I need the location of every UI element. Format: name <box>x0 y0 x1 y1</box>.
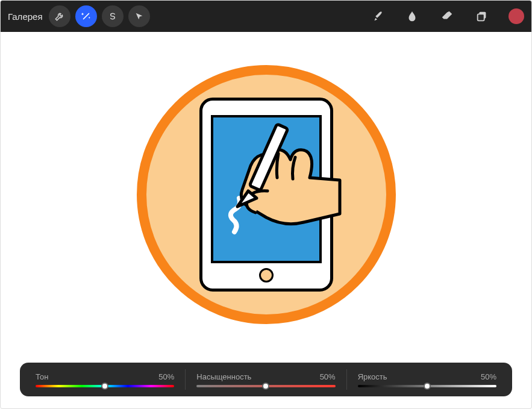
tablet-screen <box>211 115 322 263</box>
hue-label: Тон <box>36 372 48 381</box>
selection-button[interactable] <box>102 5 124 27</box>
smudge-icon <box>405 10 419 23</box>
magic-wand-button[interactable] <box>75 5 97 27</box>
wand-icon <box>81 11 92 22</box>
smudge-button[interactable] <box>401 5 423 27</box>
brush-icon <box>371 10 384 23</box>
saturation-label: Насыщенность <box>196 372 251 381</box>
brightness-label: Яркость <box>358 372 387 381</box>
layers-icon <box>475 10 489 23</box>
top-toolbar: Галерея <box>1 1 531 32</box>
brightness-slider-group: Яркость 50% <box>354 372 500 387</box>
color-picker-button[interactable] <box>509 8 524 24</box>
hue-value: 50% <box>158 372 174 381</box>
hue-thumb[interactable] <box>101 382 108 390</box>
brightness-thumb[interactable] <box>424 382 431 390</box>
adjustments-panel: Тон 50% Насыщенность 50% Яркость 50% <box>20 363 512 396</box>
hue-slider-group: Тон 50% <box>32 372 178 387</box>
tablet-illustration <box>199 98 333 292</box>
divider <box>185 369 186 390</box>
wrench-button[interactable] <box>49 5 70 27</box>
transform-button[interactable] <box>128 5 150 27</box>
gallery-button[interactable]: Галерея <box>8 11 43 22</box>
artwork-circle <box>137 65 396 324</box>
wrench-icon <box>54 11 65 22</box>
saturation-slider-group: Насыщенность 50% <box>193 372 339 387</box>
canvas[interactable] <box>1 32 531 357</box>
hand-drawing-icon <box>177 107 358 263</box>
cursor-icon <box>134 11 144 21</box>
saturation-slider[interactable] <box>196 385 335 387</box>
brightness-value: 50% <box>481 372 496 381</box>
divider <box>346 369 347 390</box>
saturation-value: 50% <box>320 372 336 381</box>
eraser-button[interactable] <box>436 5 458 27</box>
tablet-home-button <box>259 268 274 283</box>
brightness-slider[interactable] <box>358 385 496 387</box>
svg-rect-1 <box>478 14 484 20</box>
eraser-icon <box>440 10 454 23</box>
hue-slider[interactable] <box>36 385 174 387</box>
s-icon <box>108 11 117 21</box>
saturation-thumb[interactable] <box>262 382 269 390</box>
brush-button[interactable] <box>366 5 388 27</box>
layers-button[interactable] <box>471 5 493 27</box>
